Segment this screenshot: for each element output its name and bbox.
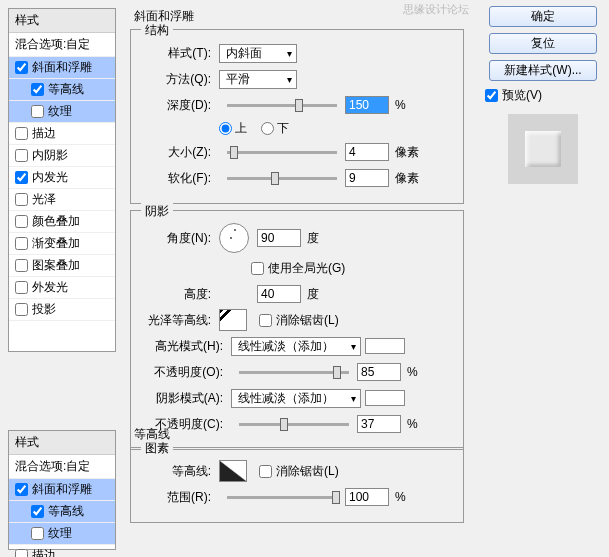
style-select[interactable]: 内斜面 xyxy=(219,44,297,63)
style-item-label: 等高线 xyxy=(48,81,84,98)
style-checkbox[interactable] xyxy=(15,281,28,294)
shadow-label: 阴影 xyxy=(141,203,173,220)
contour-picker-label: 等高线: xyxy=(141,463,211,480)
style-item-外发光[interactable]: 外发光 xyxy=(9,277,115,299)
global-light-checkbox[interactable]: 使用全局光(G) xyxy=(251,260,345,277)
style-item-label: 内阴影 xyxy=(32,147,68,164)
shadow-mode-label: 阴影模式(A): xyxy=(141,390,223,407)
style-item-label: 纹理 xyxy=(48,525,72,542)
style-item-label: 投影 xyxy=(32,301,56,318)
style-checkbox[interactable] xyxy=(15,215,28,228)
method-select[interactable]: 平滑 xyxy=(219,70,297,89)
size-input[interactable] xyxy=(345,143,389,161)
gloss-contour-label: 光泽等高线: xyxy=(141,312,211,329)
reset-button[interactable]: 复位 xyxy=(489,33,597,54)
new-style-button[interactable]: 新建样式(W)... xyxy=(489,60,597,81)
shadow-color-swatch[interactable] xyxy=(365,390,405,406)
altitude-input[interactable] xyxy=(257,285,301,303)
highlight-mode-select[interactable]: 线性减淡（添加） xyxy=(231,337,361,356)
depth-label: 深度(D): xyxy=(141,97,211,114)
shadow-fieldset: 阴影 角度(N): 度 使用全局光(G) 高度: 度 光泽等高线: 消除锯齿(L… xyxy=(130,210,464,450)
style-item-图案叠加[interactable]: 图案叠加 xyxy=(9,255,115,277)
contour-picker[interactable] xyxy=(219,460,247,482)
highlight-color-swatch[interactable] xyxy=(365,338,405,354)
style-item-label: 渐变叠加 xyxy=(32,235,80,252)
style-item-等高线[interactable]: 等高线 xyxy=(9,79,115,101)
style-label: 样式(T): xyxy=(141,45,211,62)
style-checkbox[interactable] xyxy=(31,505,44,518)
styles-header-2: 样式 xyxy=(9,431,115,455)
ok-button[interactable]: 确定 xyxy=(489,6,597,27)
style-item-投影[interactable]: 投影 xyxy=(9,299,115,321)
style-checkbox[interactable] xyxy=(15,303,28,316)
style-item-label: 等高线 xyxy=(48,503,84,520)
style-checkbox[interactable] xyxy=(15,483,28,496)
styles-header: 样式 xyxy=(9,9,115,33)
style-item-label: 颜色叠加 xyxy=(32,213,80,230)
style-item-描边[interactable]: 描边 xyxy=(9,545,115,557)
style-item-label: 斜面和浮雕 xyxy=(32,481,92,498)
highlight-opacity-slider[interactable] xyxy=(239,371,349,374)
style-checkbox[interactable] xyxy=(31,527,44,540)
shadow-mode-select[interactable]: 线性减淡（添加） xyxy=(231,389,361,408)
style-item-label: 描边 xyxy=(32,547,56,557)
style-item-label: 图案叠加 xyxy=(32,257,80,274)
style-checkbox[interactable] xyxy=(15,237,28,250)
style-item-颜色叠加[interactable]: 颜色叠加 xyxy=(9,211,115,233)
style-checkbox[interactable] xyxy=(15,259,28,272)
style-item-内阴影[interactable]: 内阴影 xyxy=(9,145,115,167)
style-checkbox[interactable] xyxy=(15,127,28,140)
style-item-纹理[interactable]: 纹理 xyxy=(9,101,115,123)
contour-fieldset: 图素 等高线: 消除锯齿(L) 范围(R): % xyxy=(130,447,464,523)
style-checkbox[interactable] xyxy=(15,61,28,74)
style-item-内发光[interactable]: 内发光 xyxy=(9,167,115,189)
gloss-contour-picker[interactable] xyxy=(219,309,247,331)
styles-list-panel-2: 样式 混合选项:自定 斜面和浮雕等高线纹理描边 xyxy=(8,430,116,550)
method-label: 方法(Q): xyxy=(141,71,211,88)
contour-title: 等高线 xyxy=(126,424,468,445)
altitude-label: 高度: xyxy=(141,286,211,303)
direction-up-radio[interactable]: 上 xyxy=(219,120,247,137)
direction-down-radio[interactable]: 下 xyxy=(261,120,289,137)
style-item-等高线[interactable]: 等高线 xyxy=(9,501,115,523)
angle-input[interactable] xyxy=(257,229,301,247)
structure-label: 结构 xyxy=(141,22,173,39)
soften-slider[interactable] xyxy=(227,177,337,180)
depth-unit: % xyxy=(395,98,406,112)
highlight-opacity-input[interactable] xyxy=(357,363,401,381)
style-checkbox[interactable] xyxy=(15,193,28,206)
angle-wheel[interactable] xyxy=(219,223,249,253)
range-slider[interactable] xyxy=(227,496,337,499)
bevel-title: 斜面和浮雕 xyxy=(126,6,468,27)
depth-input[interactable] xyxy=(345,96,389,114)
size-slider[interactable] xyxy=(227,151,337,154)
style-item-渐变叠加[interactable]: 渐变叠加 xyxy=(9,233,115,255)
range-input[interactable] xyxy=(345,488,389,506)
preview-checkbox[interactable]: 预览(V) xyxy=(485,87,601,104)
altitude-unit: 度 xyxy=(307,286,319,303)
style-item-label: 描边 xyxy=(32,125,56,142)
style-item-label: 光泽 xyxy=(32,191,56,208)
style-item-斜面和浮雕[interactable]: 斜面和浮雕 xyxy=(9,57,115,79)
style-item-label: 内发光 xyxy=(32,169,68,186)
style-checkbox[interactable] xyxy=(31,83,44,96)
style-item-描边[interactable]: 描边 xyxy=(9,123,115,145)
blend-options[interactable]: 混合选项:自定 xyxy=(9,33,115,57)
style-checkbox[interactable] xyxy=(15,171,28,184)
range-label: 范围(R): xyxy=(141,489,211,506)
style-item-纹理[interactable]: 纹理 xyxy=(9,523,115,545)
style-checkbox[interactable] xyxy=(15,549,28,557)
style-item-斜面和浮雕[interactable]: 斜面和浮雕 xyxy=(9,479,115,501)
style-checkbox[interactable] xyxy=(31,105,44,118)
soften-unit: 像素 xyxy=(395,170,419,187)
highlight-mode-label: 高光模式(H): xyxy=(141,338,223,355)
depth-slider[interactable] xyxy=(227,104,337,107)
preview-thumbnail xyxy=(508,114,578,184)
blend-options-2[interactable]: 混合选项:自定 xyxy=(9,455,115,479)
style-item-光泽[interactable]: 光泽 xyxy=(9,189,115,211)
style-checkbox[interactable] xyxy=(15,149,28,162)
structure-fieldset: 结构 样式(T): 内斜面 方法(Q): 平滑 深度(D): % 上 下 大小(… xyxy=(130,29,464,204)
contour-antialias-checkbox[interactable]: 消除锯齿(L) xyxy=(259,463,339,480)
soften-input[interactable] xyxy=(345,169,389,187)
antialias-checkbox[interactable]: 消除锯齿(L) xyxy=(259,312,339,329)
